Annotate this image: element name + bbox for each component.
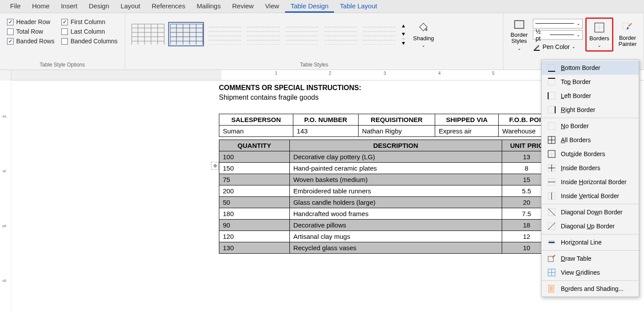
table-cell[interactable]: Decorative clay pottery (LG) xyxy=(289,151,502,163)
table-row[interactable]: 50Glass candle holders (large)20 xyxy=(219,197,552,208)
menu-view-gridlines[interactable]: View Gridlines xyxy=(542,266,639,280)
menu-bottom-border[interactable]: Bottom Border xyxy=(542,61,639,75)
table-cell[interactable]: 90 xyxy=(219,220,290,231)
table-cell[interactable]: Express air xyxy=(435,126,499,137)
vertical-ruler[interactable]: 3 4 5 6 xyxy=(0,80,11,311)
menu-inside-vertical-border[interactable]: Inside Vertical Border xyxy=(542,189,639,203)
table-header[interactable]: SALESPERSON xyxy=(219,114,293,126)
table-row[interactable]: 100Decorative clay pottery (LG)13 xyxy=(219,151,552,163)
info-table[interactable]: SALESPERSONP.O. NUMBERREQUISITIONERSHIPP… xyxy=(219,114,552,137)
table-cell[interactable]: 180 xyxy=(219,208,290,220)
menu-diagonal-up-border[interactable]: Diagonal Up Border xyxy=(542,219,639,233)
chk-last-column[interactable]: Last Column xyxy=(61,28,117,35)
table-cell[interactable]: 100 xyxy=(219,151,290,163)
table-cell[interactable]: Nathan Rigby xyxy=(358,126,435,137)
table-cell[interactable]: 120 xyxy=(219,231,290,242)
table-row[interactable]: 75Woven baskets (medium)15 xyxy=(219,174,552,185)
table-cell[interactable]: 200 xyxy=(219,185,290,197)
table-style-thumb[interactable] xyxy=(245,22,281,46)
table-style-thumb[interactable] xyxy=(168,22,204,46)
menu-right-border[interactable]: Right Border xyxy=(542,103,639,117)
menu-outside-borders[interactable]: Outside Borders xyxy=(542,147,639,161)
chk-total-row[interactable]: Total Row xyxy=(7,28,54,35)
table-style-thumb[interactable] xyxy=(130,22,165,46)
table-row[interactable]: 180Handcrafted wood frames7.5 xyxy=(219,208,552,220)
table-style-thumb[interactable] xyxy=(207,22,243,46)
pen-color-button[interactable]: Pen Color ⌄ xyxy=(533,42,583,52)
menu-inside-borders[interactable]: Inside Borders xyxy=(542,161,639,175)
table-styles-more[interactable]: ▴ ▾ ▾ xyxy=(399,22,408,46)
table-cell[interactable]: 130 xyxy=(219,242,290,254)
tab-layout[interactable]: Layout xyxy=(115,0,146,13)
table-header[interactable]: QUANTITY xyxy=(219,140,290,151)
border-styles-icon xyxy=(513,18,526,31)
tab-file[interactable]: File xyxy=(4,0,26,13)
menu-label: Inside Borders xyxy=(561,164,600,171)
table-row[interactable]: 130Recycled glass vases10 xyxy=(219,242,552,254)
table-move-handle[interactable]: ✥ xyxy=(211,162,219,170)
table-cell[interactable]: Artisanal clay mugs xyxy=(289,231,502,242)
table-cell[interactable]: Woven baskets (medium) xyxy=(289,174,502,185)
items-table[interactable]: QUANTITYDESCRIPTIONUNIT PRIC100Decorativ… xyxy=(219,140,552,254)
tab-design[interactable]: Design xyxy=(83,0,115,13)
tab-references[interactable]: References xyxy=(146,0,191,13)
table-style-thumb[interactable] xyxy=(284,22,320,46)
tab-insert[interactable]: Insert xyxy=(55,0,83,13)
table-cell[interactable]: Embroidered table runners xyxy=(289,185,502,197)
menu-label: Diagonal Down Border xyxy=(561,209,623,216)
table-style-thumb[interactable] xyxy=(361,22,397,46)
table-cell[interactable]: 75 xyxy=(219,174,290,185)
line-style-dropdown[interactable]: ⌄ xyxy=(533,19,583,28)
chk-banded-columns[interactable]: Banded Columns xyxy=(61,38,117,45)
chevron-down-icon: ⌄ xyxy=(577,21,580,26)
table-cell[interactable]: Glass candle holders (large) xyxy=(289,197,502,208)
table-header[interactable]: P.O. NUMBER xyxy=(293,114,358,126)
table-style-thumb[interactable] xyxy=(322,22,358,46)
menu-horizontal-line[interactable]: Horizontal Line xyxy=(542,235,639,249)
border-painter-button[interactable]: Border Painter xyxy=(616,19,639,50)
tab-table-design[interactable]: Table Design xyxy=(285,0,334,13)
table-cell[interactable]: 143 xyxy=(293,126,358,137)
table-cell[interactable]: Decorative pillows xyxy=(289,220,502,231)
line-weight-dropdown[interactable]: ½ pt ⌄ xyxy=(533,30,583,40)
table-cell[interactable]: Handcrafted wood frames xyxy=(289,208,502,220)
shading-button[interactable]: Shading ⌄ xyxy=(411,17,437,50)
menu-all-borders[interactable]: All Borders xyxy=(542,133,639,147)
chk-header-row[interactable]: Header Row xyxy=(7,18,54,25)
chk-label: Banded Rows xyxy=(16,38,54,45)
menu-borders-and-shading[interactable]: Borders and Shading... xyxy=(542,282,639,296)
chk-first-column[interactable]: First Column xyxy=(61,18,117,25)
menu-top-border[interactable]: Top Border xyxy=(542,75,639,89)
table-header[interactable]: DESCRIPTION xyxy=(289,140,502,151)
table-row[interactable]: 150Hand-painted ceramic plates8 xyxy=(219,163,552,174)
all-borders-icon xyxy=(548,136,556,144)
menu-diagonal-down-border[interactable]: Diagonal Down Border xyxy=(542,205,639,219)
table-cell[interactable]: Suman xyxy=(219,126,293,137)
menu-left-border[interactable]: Left Border xyxy=(542,89,639,103)
menu-label: Borders and Shading... xyxy=(561,285,623,292)
menu-inside-horizontal-border[interactable]: Inside Horizontal Border xyxy=(542,175,639,189)
table-cell[interactable]: Hand-painted ceramic plates xyxy=(289,163,502,174)
tab-mailings[interactable]: Mailings xyxy=(191,0,226,13)
menu-separator xyxy=(542,204,639,204)
table-cell[interactable]: 150 xyxy=(219,163,290,174)
border-styles-button[interactable]: Border Styles ⌄ xyxy=(508,16,530,53)
table-row[interactable]: 90Decorative pillows18 xyxy=(219,220,552,231)
table-row[interactable]: 200Embroidered table runners5.5 xyxy=(219,185,552,197)
borders-button[interactable]: Borders ⌄ xyxy=(585,17,613,52)
tab-table-layout[interactable]: Table Layout xyxy=(334,0,383,13)
table-row[interactable]: 120Artisanal clay mugs12 xyxy=(219,231,552,242)
table-header[interactable]: REQUISITIONER xyxy=(358,114,435,126)
menu-no-border[interactable]: No Border xyxy=(542,119,639,133)
tab-review[interactable]: Review xyxy=(226,0,259,13)
menu-label: Left Border xyxy=(561,92,591,99)
table-cell[interactable]: Recycled glass vases xyxy=(289,242,502,254)
chk-banded-rows[interactable]: Banded Rows xyxy=(7,38,54,45)
tab-view[interactable]: View xyxy=(259,0,285,13)
table-cell[interactable]: 50 xyxy=(219,197,290,208)
table-header[interactable]: SHIPPED VIA xyxy=(435,114,499,126)
menu-draw-table[interactable]: Draw Table xyxy=(542,252,639,266)
horizontal-line-icon xyxy=(548,238,556,246)
tab-home[interactable]: Home xyxy=(26,0,55,13)
comments-text[interactable]: Shipment contains fragile goods xyxy=(219,94,552,101)
